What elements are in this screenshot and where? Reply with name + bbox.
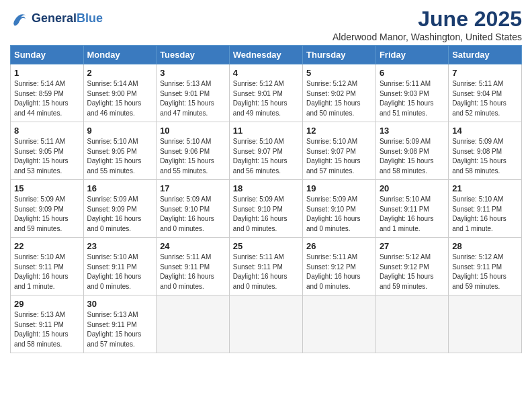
day-number: 23 <box>87 241 153 251</box>
logo-line1: GeneralBlue <box>32 12 103 26</box>
day-cell-9: 9Sunrise: 5:10 AM Sunset: 9:05 PM Daylig… <box>83 122 157 180</box>
day-number: 13 <box>380 126 445 136</box>
day-cell-13: 13Sunrise: 5:09 AM Sunset: 9:08 PM Dayli… <box>375 122 448 180</box>
weekday-header-friday: Friday <box>375 46 448 64</box>
day-info: Sunrise: 5:09 AM Sunset: 9:10 PM Dayligh… <box>306 195 372 234</box>
day-number: 3 <box>160 68 226 78</box>
day-number: 18 <box>233 183 299 193</box>
day-number: 19 <box>306 183 372 193</box>
day-cell-11: 11Sunrise: 5:10 AM Sunset: 9:07 PM Dayli… <box>229 122 302 180</box>
day-cell-6: 6Sunrise: 5:11 AM Sunset: 9:03 PM Daylig… <box>375 64 448 122</box>
day-cell-14: 14Sunrise: 5:09 AM Sunset: 9:08 PM Dayli… <box>449 122 522 180</box>
page-header: GeneralBlue June 2025 Alderwood Manor, W… <box>10 7 522 42</box>
week-row-5: 29Sunrise: 5:13 AM Sunset: 9:11 PM Dayli… <box>11 295 522 353</box>
calendar: SundayMondayTuesdayWednesdayThursdayFrid… <box>10 45 522 353</box>
empty-cell <box>229 295 302 353</box>
day-number: 28 <box>452 241 518 251</box>
day-number: 16 <box>87 183 153 193</box>
day-cell-3: 3Sunrise: 5:13 AM Sunset: 9:01 PM Daylig… <box>157 64 230 122</box>
day-info: Sunrise: 5:12 AM Sunset: 9:11 PM Dayligh… <box>452 253 518 291</box>
day-number: 2 <box>87 68 153 78</box>
day-info: Sunrise: 5:11 AM Sunset: 9:12 PM Dayligh… <box>306 253 372 291</box>
day-number: 30 <box>87 299 153 309</box>
day-info: Sunrise: 5:09 AM Sunset: 9:10 PM Dayligh… <box>233 195 299 234</box>
empty-cell <box>375 295 448 353</box>
day-number: 6 <box>380 68 445 78</box>
day-number: 10 <box>160 126 226 136</box>
day-cell-27: 27Sunrise: 5:12 AM Sunset: 9:12 PM Dayli… <box>375 238 448 295</box>
day-info: Sunrise: 5:10 AM Sunset: 9:07 PM Dayligh… <box>306 137 372 176</box>
day-cell-17: 17Sunrise: 5:09 AM Sunset: 9:10 PM Dayli… <box>157 180 230 238</box>
day-cell-23: 23Sunrise: 5:10 AM Sunset: 9:11 PM Dayli… <box>83 238 157 295</box>
day-cell-2: 2Sunrise: 5:14 AM Sunset: 9:00 PM Daylig… <box>83 64 157 122</box>
day-cell-5: 5Sunrise: 5:12 AM Sunset: 9:02 PM Daylig… <box>303 64 376 122</box>
day-number: 27 <box>380 241 445 251</box>
day-info: Sunrise: 5:11 AM Sunset: 9:11 PM Dayligh… <box>160 253 226 291</box>
empty-cell <box>157 295 230 353</box>
day-cell-1: 1Sunrise: 5:14 AM Sunset: 8:59 PM Daylig… <box>11 64 84 122</box>
day-info: Sunrise: 5:12 AM Sunset: 9:02 PM Dayligh… <box>306 79 372 118</box>
week-row-1: 1Sunrise: 5:14 AM Sunset: 8:59 PM Daylig… <box>11 64 522 122</box>
day-info: Sunrise: 5:11 AM Sunset: 9:05 PM Dayligh… <box>14 137 80 176</box>
day-info: Sunrise: 5:09 AM Sunset: 9:08 PM Dayligh… <box>380 137 445 176</box>
day-number: 22 <box>14 241 80 251</box>
day-info: Sunrise: 5:12 AM Sunset: 9:01 PM Dayligh… <box>233 79 299 118</box>
day-number: 4 <box>233 68 299 78</box>
day-number: 5 <box>306 68 372 78</box>
day-info: Sunrise: 5:11 AM Sunset: 9:11 PM Dayligh… <box>233 253 299 291</box>
day-number: 7 <box>452 68 518 78</box>
week-row-3: 15Sunrise: 5:09 AM Sunset: 9:09 PM Dayli… <box>11 180 522 238</box>
day-number: 15 <box>14 183 80 193</box>
day-number: 25 <box>233 241 299 251</box>
day-cell-20: 20Sunrise: 5:10 AM Sunset: 9:11 PM Dayli… <box>375 180 448 238</box>
day-info: Sunrise: 5:14 AM Sunset: 9:00 PM Dayligh… <box>87 79 153 118</box>
day-number: 20 <box>380 183 445 193</box>
day-info: Sunrise: 5:11 AM Sunset: 9:03 PM Dayligh… <box>380 79 445 118</box>
day-info: Sunrise: 5:10 AM Sunset: 9:11 PM Dayligh… <box>14 253 80 291</box>
day-number: 1 <box>14 68 80 78</box>
day-cell-25: 25Sunrise: 5:11 AM Sunset: 9:11 PM Dayli… <box>229 238 302 295</box>
day-info: Sunrise: 5:10 AM Sunset: 9:11 PM Dayligh… <box>380 195 445 234</box>
day-cell-21: 21Sunrise: 5:10 AM Sunset: 9:11 PM Dayli… <box>449 180 522 238</box>
day-info: Sunrise: 5:13 AM Sunset: 9:11 PM Dayligh… <box>87 310 153 349</box>
weekday-header-tuesday: Tuesday <box>157 46 230 64</box>
day-info: Sunrise: 5:10 AM Sunset: 9:11 PM Dayligh… <box>452 195 518 234</box>
day-cell-19: 19Sunrise: 5:09 AM Sunset: 9:10 PM Dayli… <box>303 180 376 238</box>
day-info: Sunrise: 5:12 AM Sunset: 9:12 PM Dayligh… <box>380 253 445 291</box>
day-cell-29: 29Sunrise: 5:13 AM Sunset: 9:11 PM Dayli… <box>11 295 84 353</box>
day-cell-30: 30Sunrise: 5:13 AM Sunset: 9:11 PM Dayli… <box>83 295 157 353</box>
day-number: 14 <box>452 126 518 136</box>
day-cell-8: 8Sunrise: 5:11 AM Sunset: 9:05 PM Daylig… <box>11 122 84 180</box>
day-info: Sunrise: 5:09 AM Sunset: 9:08 PM Dayligh… <box>452 137 518 176</box>
day-cell-12: 12Sunrise: 5:10 AM Sunset: 9:07 PM Dayli… <box>303 122 376 180</box>
weekday-header-row: SundayMondayTuesdayWednesdayThursdayFrid… <box>11 46 522 64</box>
day-info: Sunrise: 5:10 AM Sunset: 9:11 PM Dayligh… <box>87 253 153 291</box>
weekday-header-monday: Monday <box>83 46 157 64</box>
day-number: 9 <box>87 126 153 136</box>
day-cell-10: 10Sunrise: 5:10 AM Sunset: 9:06 PM Dayli… <box>157 122 230 180</box>
day-cell-24: 24Sunrise: 5:11 AM Sunset: 9:11 PM Dayli… <box>157 238 230 295</box>
title-area: June 2025 Alderwood Manor, Washington, U… <box>332 7 522 42</box>
weekday-header-saturday: Saturday <box>449 46 522 64</box>
day-info: Sunrise: 5:09 AM Sunset: 9:09 PM Dayligh… <box>87 195 153 234</box>
day-info: Sunrise: 5:11 AM Sunset: 9:04 PM Dayligh… <box>452 79 518 118</box>
day-cell-7: 7Sunrise: 5:11 AM Sunset: 9:04 PM Daylig… <box>449 64 522 122</box>
day-number: 26 <box>306 241 372 251</box>
day-info: Sunrise: 5:13 AM Sunset: 9:11 PM Dayligh… <box>14 310 80 349</box>
day-info: Sunrise: 5:09 AM Sunset: 9:10 PM Dayligh… <box>160 195 226 234</box>
day-cell-4: 4Sunrise: 5:12 AM Sunset: 9:01 PM Daylig… <box>229 64 302 122</box>
day-number: 11 <box>233 126 299 136</box>
day-cell-22: 22Sunrise: 5:10 AM Sunset: 9:11 PM Dayli… <box>11 238 84 295</box>
logo: GeneralBlue <box>10 9 103 28</box>
logo-icon <box>10 9 29 28</box>
day-cell-26: 26Sunrise: 5:11 AM Sunset: 9:12 PM Dayli… <box>303 238 376 295</box>
location-title: Alderwood Manor, Washington, United Stat… <box>332 32 522 42</box>
day-number: 17 <box>160 183 226 193</box>
empty-cell <box>303 295 376 353</box>
day-info: Sunrise: 5:10 AM Sunset: 9:06 PM Dayligh… <box>160 137 226 176</box>
weekday-header-wednesday: Wednesday <box>229 46 302 64</box>
day-info: Sunrise: 5:10 AM Sunset: 9:05 PM Dayligh… <box>87 137 153 176</box>
day-number: 29 <box>14 299 80 309</box>
week-row-2: 8Sunrise: 5:11 AM Sunset: 9:05 PM Daylig… <box>11 122 522 180</box>
weekday-header-thursday: Thursday <box>303 46 376 64</box>
